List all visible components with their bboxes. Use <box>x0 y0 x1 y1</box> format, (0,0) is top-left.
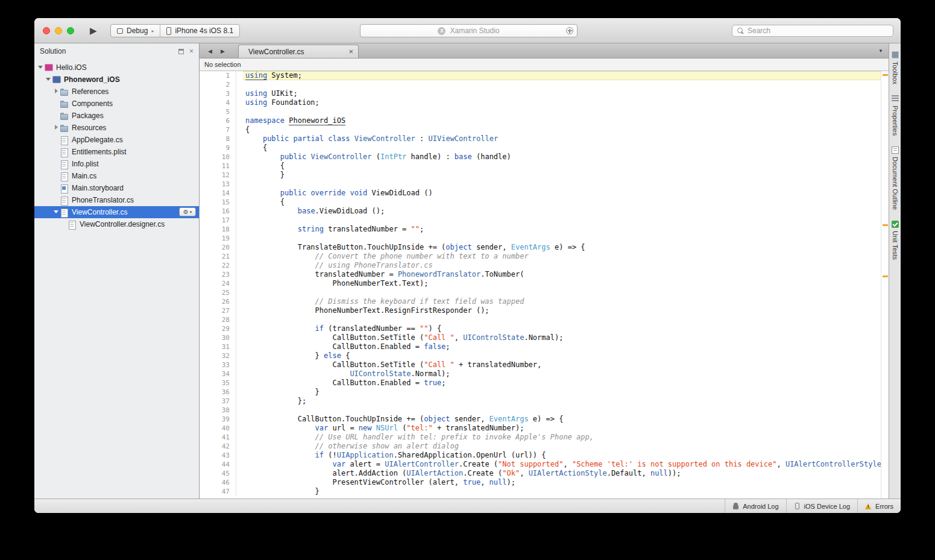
run-button[interactable]: ▶ <box>90 25 97 37</box>
code-line-44[interactable]: 44 var alert = UIAlertController.Create … <box>200 460 881 469</box>
code-line-3[interactable]: 3using UIKit; <box>200 89 881 98</box>
code-text[interactable]: { <box>243 125 881 134</box>
code-line-16[interactable]: 16 base.ViewDidLoad (); <box>200 207 881 216</box>
errors-button[interactable]: Errors <box>857 499 901 513</box>
code-text[interactable]: UIControlState.Normal); <box>243 370 881 379</box>
line-number[interactable]: 19 <box>200 234 236 243</box>
pad-tab-toolbox[interactable]: Toolbox <box>892 46 899 90</box>
tree-item-phoneword-ios[interactable]: Phoneword_iOS <box>34 74 199 86</box>
line-number[interactable]: 39 <box>200 415 236 424</box>
code-text[interactable]: // Convert the phone number with text to… <box>243 252 881 261</box>
code-text[interactable]: PhoneNumberText.Text); <box>243 279 881 288</box>
code-text[interactable]: // otherwise show an alert dialog <box>243 442 881 451</box>
minimize-window-button[interactable] <box>55 27 62 34</box>
code-text[interactable]: CallButton.SetTitle ("Call " + translate… <box>243 360 881 370</box>
line-number[interactable]: 20 <box>200 243 236 252</box>
operations-target-icon[interactable] <box>566 27 573 34</box>
line-number[interactable]: 37 <box>200 397 236 406</box>
code-text[interactable]: var alert = UIAlertController.Create ("N… <box>243 460 881 469</box>
disclosure-right-icon[interactable] <box>53 124 60 131</box>
code-line-24[interactable]: 24 PhoneNumberText.Text); <box>200 279 881 288</box>
code-text[interactable]: // Dismiss the keyboard if text field wa… <box>243 297 881 306</box>
code-text[interactable] <box>243 315 881 324</box>
code-line-34[interactable]: 34 UIControlState.Normal); <box>200 370 881 379</box>
line-number[interactable]: 47 <box>200 487 236 496</box>
code-line-25[interactable]: 25 <box>200 288 881 297</box>
code-text[interactable]: CallButton.Enabled = false; <box>243 342 881 351</box>
code-line-32[interactable]: 32 } else { <box>200 351 881 360</box>
tree-item-info-plist[interactable]: Info.plist <box>34 158 199 170</box>
line-number[interactable]: 6 <box>200 116 236 125</box>
pad-tab-properties[interactable]: Properties <box>892 90 899 141</box>
code-text[interactable] <box>243 107 881 116</box>
code-line-38[interactable]: 38 <box>200 406 881 415</box>
code-line-13[interactable]: 13 <box>200 180 881 189</box>
code-line-1[interactable]: 1using System; <box>200 71 881 80</box>
device-selector[interactable]: iPhone 4s iOS 8.1 <box>160 25 239 37</box>
code-text[interactable]: using UIKit; <box>243 89 881 98</box>
line-number[interactable]: 16 <box>200 207 236 216</box>
tree-item-main-cs[interactable]: Main.cs <box>34 170 199 182</box>
line-number[interactable]: 8 <box>200 134 236 143</box>
item-options-gear-button[interactable]: ⚙▾ <box>179 207 196 216</box>
line-number[interactable]: 27 <box>200 306 236 315</box>
line-number[interactable]: 12 <box>200 171 236 180</box>
code-line-7[interactable]: 7{ <box>200 125 881 134</box>
code-line-45[interactable]: 45 alert.AddAction (UIAlertAction.Create… <box>200 469 881 478</box>
code-line-18[interactable]: 18 string translatedNumber = ""; <box>200 225 881 234</box>
tree-item-appdelegate-cs[interactable]: AppDelegate.cs <box>34 134 199 146</box>
line-number[interactable]: 3 <box>200 89 236 98</box>
search-field[interactable] <box>732 25 893 37</box>
code-text[interactable]: } else { <box>243 351 881 360</box>
code-text[interactable]: if (!UIApplication.SharedApplication.Ope… <box>243 451 881 460</box>
disclosure-down-icon[interactable] <box>45 76 52 83</box>
code-text[interactable] <box>243 216 881 225</box>
code-line-19[interactable]: 19 <box>200 234 881 243</box>
tree-item-phonetranslator-cs[interactable]: PhoneTranslator.cs <box>34 194 199 206</box>
android-log-button[interactable]: Android Log <box>725 499 785 513</box>
line-number[interactable]: 35 <box>200 379 236 388</box>
tree-item-main-storyboard[interactable]: Main.storyboard <box>34 182 199 194</box>
tree-item-resources[interactable]: Resources <box>34 122 199 134</box>
change-marker[interactable] <box>883 74 888 76</box>
code-line-33[interactable]: 33 CallButton.SetTitle ("Call " + transl… <box>200 360 881 370</box>
pad-tab-unit-tests[interactable]: Unit Tests <box>892 215 899 265</box>
code-text[interactable]: if (translatedNumber == "") { <box>243 324 881 333</box>
code-line-46[interactable]: 46 PresentViewController (alert, true, n… <box>200 478 881 487</box>
line-number[interactable]: 34 <box>200 370 236 379</box>
code-line-42[interactable]: 42 // otherwise show an alert dialog <box>200 442 881 451</box>
code-text[interactable]: string translatedNumber = ""; <box>243 225 881 234</box>
nav-back-button[interactable]: ◀ <box>208 48 212 54</box>
line-number[interactable]: 17 <box>200 216 236 225</box>
line-number[interactable]: 30 <box>200 333 236 342</box>
tab-list-chevron-icon[interactable]: ▼ <box>878 48 883 54</box>
code-text[interactable] <box>243 406 881 415</box>
code-text[interactable]: CallButton.Enabled = true; <box>243 379 881 388</box>
tree-item-components[interactable]: Components <box>34 98 199 110</box>
line-number[interactable]: 28 <box>200 315 236 324</box>
tree-item-entitlements-plist[interactable]: Entitlements.plist <box>34 146 199 158</box>
code-line-5[interactable]: 5 <box>200 107 881 116</box>
code-text[interactable]: public partial class ViewController : UI… <box>243 134 881 143</box>
code-text[interactable]: PresentViewController (alert, true, null… <box>243 478 881 487</box>
code-line-6[interactable]: 6namespace Phoneword_iOS <box>200 116 881 125</box>
code-line-35[interactable]: 35 CallButton.Enabled = true; <box>200 379 881 388</box>
code-text[interactable] <box>243 234 881 243</box>
line-number[interactable]: 32 <box>200 351 236 360</box>
code-text[interactable]: // using PhoneTranslator.cs <box>243 261 881 270</box>
code-line-21[interactable]: 21 // Convert the phone number with text… <box>200 252 881 261</box>
line-number[interactable]: 1 <box>200 71 236 80</box>
line-number[interactable]: 33 <box>200 360 236 370</box>
line-number[interactable]: 25 <box>200 288 236 297</box>
code-line-10[interactable]: 10 public ViewController (IntPtr handle)… <box>200 153 881 162</box>
code-text[interactable]: { <box>243 198 881 207</box>
code-lines[interactable]: 1using System;23using UIKit;4using Found… <box>200 71 881 499</box>
code-line-15[interactable]: 15 { <box>200 198 881 207</box>
code-line-8[interactable]: 8 public partial class ViewController : … <box>200 134 881 143</box>
code-text[interactable]: } <box>243 487 881 496</box>
line-number[interactable]: 11 <box>200 162 236 171</box>
code-text[interactable]: using System; <box>243 71 881 80</box>
line-number[interactable]: 13 <box>200 180 236 189</box>
zoom-window-button[interactable] <box>67 27 74 34</box>
code-text[interactable]: alert.AddAction (UIAlertAction.Create ("… <box>243 469 881 478</box>
